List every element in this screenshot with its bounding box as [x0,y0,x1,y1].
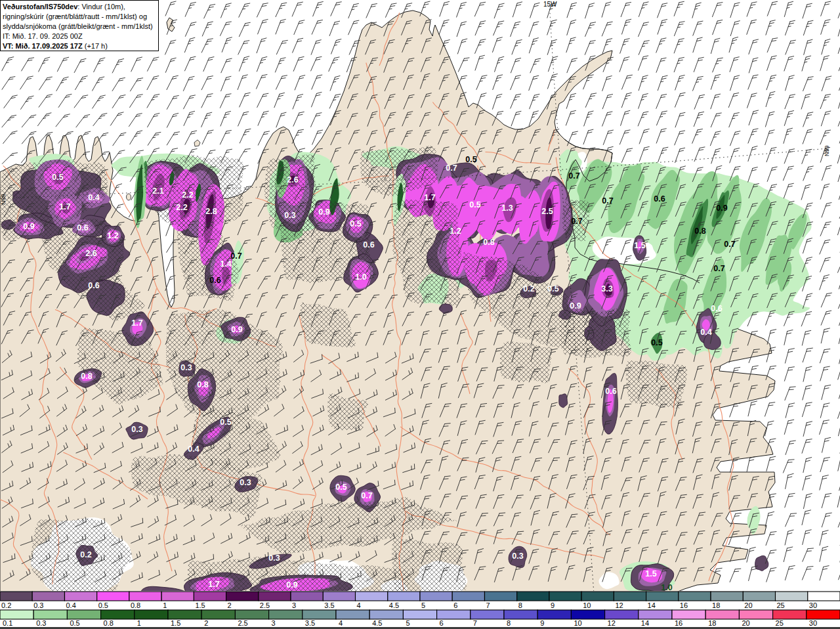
svg-text:3: 3 [272,619,276,627]
svg-text:1: 1 [163,601,167,609]
svg-text:0.2: 0.2 [523,284,534,293]
svg-text:0.5: 0.5 [335,483,346,492]
svg-text:0.8: 0.8 [131,601,140,609]
svg-text:0.7: 0.7 [230,251,242,261]
svg-text:2: 2 [204,619,208,627]
svg-text:1.5: 1.5 [171,619,180,627]
svg-text:0.3: 0.3 [131,425,142,434]
svg-text:8: 8 [518,601,522,609]
svg-text:N99: N99 [824,145,830,156]
svg-text:0.5: 0.5 [52,173,63,182]
svg-text:0.6: 0.6 [88,281,99,290]
svg-text:1.7: 1.7 [131,318,142,328]
svg-text:0.5: 0.5 [469,200,480,209]
svg-text:3.5: 3.5 [324,601,334,609]
svg-text:0.3: 0.3 [33,601,43,609]
svg-text:0.3: 0.3 [36,619,46,627]
svg-text:0.9: 0.9 [23,222,34,231]
svg-text:0.8: 0.8 [483,238,494,247]
svg-text:2.6: 2.6 [287,175,298,184]
svg-text:30: 30 [809,619,817,627]
svg-text:16: 16 [680,601,688,609]
svg-text:18: 18 [708,619,716,627]
svg-text:9: 9 [551,601,555,609]
svg-text:18: 18 [712,601,720,609]
svg-text:30: 30 [809,601,817,609]
svg-text:N99: N99 [0,194,7,205]
svg-text:0.9: 0.9 [231,325,242,334]
svg-text:0.7: 0.7 [446,163,457,173]
svg-text:16: 16 [675,619,682,627]
svg-text:3: 3 [292,601,296,609]
svg-text:12: 12 [608,619,616,627]
svg-text:0.6: 0.6 [711,304,722,313]
svg-text:0.1: 0.1 [3,619,12,627]
svg-text:1.2: 1.2 [107,231,118,240]
svg-text:0.8: 0.8 [104,619,114,627]
svg-text:20: 20 [744,601,752,609]
svg-text:10: 10 [574,619,581,627]
svg-text:5: 5 [406,619,410,627]
svg-text:8: 8 [507,619,511,627]
svg-text:0.8: 0.8 [694,227,705,236]
svg-text:1.3: 1.3 [501,204,513,213]
svg-text:0.3: 0.3 [284,211,295,220]
svg-text:1.0: 1.0 [661,583,672,592]
svg-text:5: 5 [421,601,425,609]
svg-text:1: 1 [137,619,141,627]
svg-text:0.8: 0.8 [81,372,92,381]
svg-text:0.4: 0.4 [66,601,76,609]
svg-text:0.9: 0.9 [286,580,297,590]
svg-text:0.6: 0.6 [209,276,220,285]
svg-text:1.7: 1.7 [424,193,435,202]
svg-text:6: 6 [453,601,457,609]
svg-text:4.5: 4.5 [389,601,399,609]
svg-text:0.7: 0.7 [713,264,724,273]
svg-text:0.2: 0.2 [80,550,91,559]
svg-text:1.2: 1.2 [450,227,461,236]
svg-text:9: 9 [540,619,544,627]
svg-text:2.2: 2.2 [182,190,193,200]
svg-text:4: 4 [339,619,343,627]
svg-text:2.8: 2.8 [205,207,217,216]
svg-text:0.7: 0.7 [724,240,735,249]
svg-text:0.7: 0.7 [361,491,372,500]
svg-text:0.6: 0.6 [363,240,374,249]
svg-text:0.6: 0.6 [605,387,616,396]
svg-text:7: 7 [486,601,490,609]
svg-text:0.3: 0.3 [240,478,251,487]
svg-text:0.8: 0.8 [197,380,208,389]
svg-text:2: 2 [228,601,232,609]
svg-text:0.5: 0.5 [350,219,361,228]
svg-text:0.4: 0.4 [88,193,99,202]
svg-text:2.1: 2.1 [152,186,163,196]
svg-text:0.5: 0.5 [651,338,662,347]
svg-text:12: 12 [615,601,623,609]
svg-text:0.3: 0.3 [180,363,192,372]
svg-text:1.7: 1.7 [59,202,70,211]
svg-text:3.3: 3.3 [601,284,612,293]
svg-text:0.3: 0.3 [268,553,280,563]
svg-text:3.5: 3.5 [305,619,315,627]
svg-text:0.2: 0.2 [1,601,11,609]
svg-text:1.5: 1.5 [195,601,205,609]
svg-text:2.5: 2.5 [260,601,270,609]
svg-text:4.5: 4.5 [372,619,382,627]
svg-text:0.9: 0.9 [716,204,727,213]
svg-text:0.6: 0.6 [77,223,88,232]
svg-text:0.9: 0.9 [570,301,581,311]
svg-text:0.6: 0.6 [654,194,665,204]
svg-text:0.5: 0.5 [547,284,558,293]
svg-text:15W: 15W [543,1,557,8]
svg-text:25: 25 [776,619,784,627]
svg-text:0.5: 0.5 [70,619,79,627]
svg-text:20: 20 [742,619,749,627]
svg-text:2.5: 2.5 [238,619,247,627]
svg-text:2.6: 2.6 [85,249,96,258]
svg-text:6: 6 [440,619,444,627]
svg-text:1.5: 1.5 [645,569,656,578]
svg-text:0.7: 0.7 [568,171,579,181]
svg-text:0.5: 0.5 [98,601,108,609]
svg-text:0.5: 0.5 [465,155,476,164]
svg-text:1.7: 1.7 [208,580,219,589]
